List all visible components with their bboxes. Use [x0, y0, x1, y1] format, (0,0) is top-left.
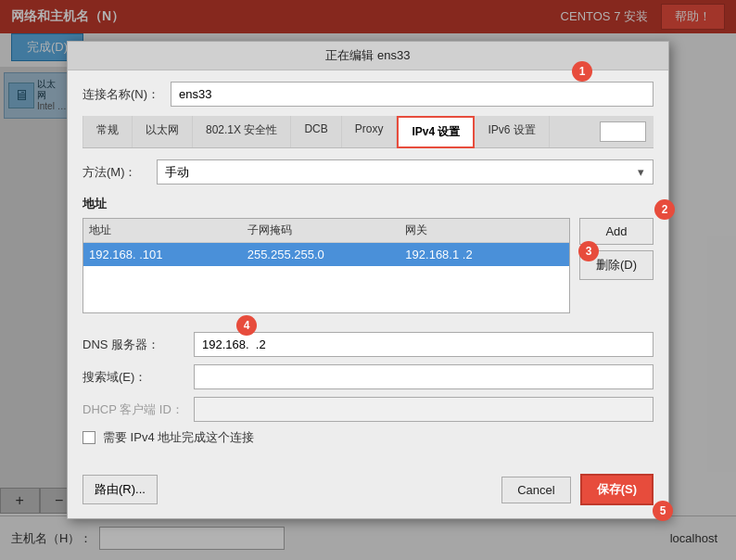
search-domain-label: 搜索域(E)： — [82, 369, 194, 386]
method-row: 方法(M)： 手动 — [82, 159, 654, 185]
address-table-header: 地址 子网掩码 网关 — [83, 219, 569, 243]
route-button[interactable]: 路由(R)... — [82, 475, 158, 504]
ipv4-required-label: 需要 IPv4 地址完成这个连接 — [103, 429, 254, 446]
save-button[interactable]: 保存(S) — [580, 474, 654, 505]
ipv4-required-checkbox[interactable] — [82, 431, 95, 444]
cancel-button[interactable]: Cancel — [501, 477, 570, 503]
address-left: 地址 子网掩码 网关 192.168. .101 255.255.255.0 1… — [82, 218, 570, 323]
col-gateway: 网关 — [405, 223, 564, 238]
dns-input[interactable] — [194, 332, 654, 357]
ipv4-required-row: 需要 IPv4 地址完成这个连接 — [82, 429, 654, 446]
tab-ipv6[interactable]: IPv6 设置 — [475, 116, 549, 147]
method-select[interactable]: 手动 — [157, 159, 654, 185]
dialog-overlay: 正在编辑 ens33 连接名称(N)： 常规 以太网 802.1X 安全性 DC… — [0, 0, 736, 560]
tab-general[interactable]: 常规 — [82, 116, 133, 147]
address-buttons: Add 删除(D) — [579, 218, 654, 323]
badge-3: 3 — [578, 241, 599, 261]
dns-row: DNS 服务器： — [82, 332, 654, 357]
dhcp-label: DHCP 客户端 ID： — [82, 401, 194, 418]
dialog-title: 正在编辑 ens33 — [325, 48, 410, 62]
badge-2: 2 — [654, 199, 675, 220]
tab-proxy[interactable]: Proxy — [342, 116, 398, 147]
tab-dcb[interactable]: DCB — [291, 116, 341, 147]
edit-connection-dialog: 正在编辑 ens33 连接名称(N)： 常规 以太网 802.1X 安全性 DC… — [67, 41, 669, 519]
dhcp-row: DHCP 客户端 ID： — [82, 397, 654, 422]
address-section: 地址 子网掩码 网关 192.168. .101 255.255.255.0 1… — [82, 218, 654, 323]
badge-1: 1 — [572, 61, 592, 82]
dhcp-input — [194, 397, 654, 422]
search-domain-row: 搜索域(E)： — [82, 364, 654, 389]
connection-name-input[interactable] — [171, 82, 654, 107]
tab-ipv4[interactable]: IPv4 设置 — [397, 116, 475, 148]
col-address: 地址 — [89, 223, 247, 238]
conn-name-label: 连接名称(N)： — [82, 86, 171, 103]
address-table: 地址 子网掩码 网关 192.168. .101 255.255.255.0 1… — [82, 218, 570, 313]
tab-8021x[interactable]: 802.1X 安全性 — [193, 116, 291, 147]
tab-ethernet[interactable]: 以太网 — [133, 116, 193, 147]
search-domain-input[interactable] — [194, 364, 654, 389]
badge-5: 5 — [653, 501, 673, 521]
col-subnet: 子网掩码 — [247, 223, 406, 238]
cell-gateway: 192.168.1 .2 — [405, 248, 564, 261]
dialog-body: 连接名称(N)： 常规 以太网 802.1X 安全性 DCB Proxy IPv… — [68, 70, 668, 465]
method-select-wrap: 手动 — [157, 159, 654, 185]
method-label: 方法(M)： — [82, 164, 157, 181]
dns-label: DNS 服务器： — [82, 337, 194, 353]
cell-address: 192.168. .101 — [89, 248, 247, 261]
tab-right-input[interactable] — [600, 121, 646, 142]
address-section-label: 地址 — [82, 196, 654, 212]
connection-name-row: 连接名称(N)： — [82, 82, 654, 107]
address-table-empty — [83, 266, 569, 312]
badge-4: 4 — [236, 315, 257, 336]
table-row[interactable]: 192.168. .101 255.255.255.0 192.168.1 .2 — [83, 243, 569, 266]
dialog-footer: 路由(R)... Cancel 保存(S) — [68, 465, 668, 518]
tabs-bar: 常规 以太网 802.1X 安全性 DCB Proxy IPv4 设置 IPv6… — [82, 116, 654, 148]
cell-subnet: 255.255.255.0 — [247, 248, 406, 261]
